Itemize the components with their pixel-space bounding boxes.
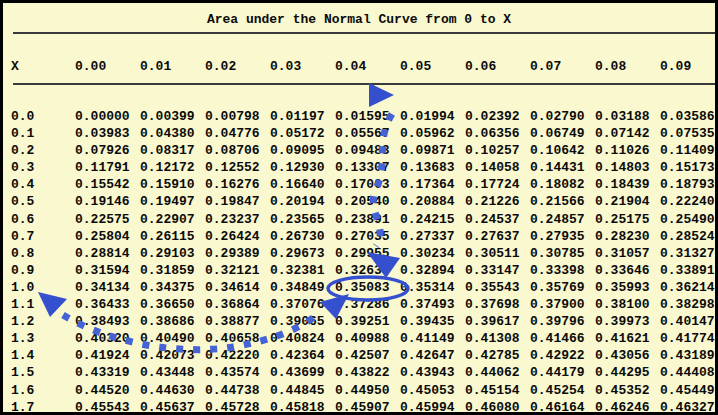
value-cell: 0.38298 (660, 296, 718, 313)
table-row: 1.30.403200.404900.406580.408240.409880.… (11, 330, 715, 347)
value-cell: 0.42364 (270, 347, 335, 364)
value-cell: 0.09095 (270, 142, 335, 159)
value-cell: 0.22240 (660, 193, 718, 210)
value-cell: 0.32381 (270, 262, 335, 279)
table-row: 1.20.384930.386860.388770.390650.392510.… (11, 313, 715, 330)
value-cell: 0.44179 (530, 364, 595, 381)
value-cell: 0.22907 (140, 211, 205, 228)
value-cell: 0.29673 (270, 245, 335, 262)
row-label: 1.4 (11, 347, 75, 364)
value-cell: 0.42922 (530, 347, 595, 364)
value-cell: 0.24857 (530, 211, 595, 228)
value-cell: 0.44845 (270, 382, 335, 399)
value-cell: 0.30785 (530, 245, 595, 262)
value-cell: 0.44062 (465, 364, 530, 381)
value-cell: 0.41774 (660, 330, 718, 347)
value-cell: 0.06749 (530, 125, 595, 142)
value-cell: 0.00399 (140, 108, 205, 125)
table-row: 1.50.433190.434480.435740.436990.438220.… (11, 364, 715, 381)
value-cell: 0.34849 (270, 279, 335, 296)
value-cell: 0.38100 (595, 296, 660, 313)
value-cell: 0.04776 (205, 125, 270, 142)
value-cell: 0.27337 (400, 228, 465, 245)
value-cell: 0.35543 (465, 279, 530, 296)
value-cell: 0.26730 (270, 228, 335, 245)
table-row: 1.70.455430.456370.457280.458180.459070.… (11, 399, 715, 415)
value-cell: 0.37076 (270, 296, 335, 313)
value-cell: 0.45352 (595, 382, 660, 399)
value-cell: 0.39065 (270, 313, 335, 330)
row-label: 0.8 (11, 245, 75, 262)
value-cell: 0.09871 (400, 142, 465, 159)
table-row: 0.80.288140.291030.293890.296730.299550.… (11, 245, 715, 262)
value-cell: 0.43699 (270, 364, 335, 381)
row-label: 0.0 (11, 108, 75, 125)
table-row: 0.60.225750.229070.232370.235650.238910.… (11, 211, 715, 228)
value-cell: 0.31594 (75, 262, 140, 279)
value-cell: 0.43822 (335, 364, 400, 381)
column-header: 0.03 (270, 58, 335, 75)
value-cell: 0.45907 (335, 399, 400, 415)
table-body: 0.00.000000.003990.007980.011970.015950.… (11, 108, 715, 415)
value-cell: 0.24537 (465, 211, 530, 228)
value-cell: 0.15173 (660, 159, 718, 176)
value-cell: 0.37698 (465, 296, 530, 313)
value-cell: 0.18082 (530, 176, 595, 193)
value-cell: 0.45818 (270, 399, 335, 415)
column-header: 0.09 (660, 58, 718, 75)
value-cell: 0.26115 (140, 228, 205, 245)
value-cell: 0.39796 (530, 313, 595, 330)
value-cell: 0.23565 (270, 211, 335, 228)
value-cell: 0.40147 (660, 313, 718, 330)
value-cell: 0.12172 (140, 159, 205, 176)
value-cell: 0.36650 (140, 296, 205, 313)
value-cell: 0.10642 (530, 142, 595, 159)
value-cell: 0.23891 (335, 211, 400, 228)
table-row: 0.50.191460.194970.198470.201940.205400.… (11, 193, 715, 210)
value-cell: 0.41621 (595, 330, 660, 347)
value-cell: 0.09483 (335, 142, 400, 159)
value-cell: 0.15542 (75, 176, 140, 193)
value-cell: 0.18439 (595, 176, 660, 193)
value-cell: 0.36433 (75, 296, 140, 313)
value-cell: 0.42647 (400, 347, 465, 364)
value-cell: 0.42507 (335, 347, 400, 364)
value-cell: 0.43056 (595, 347, 660, 364)
value-cell: 0.20194 (270, 193, 335, 210)
value-cell: 0.25175 (595, 211, 660, 228)
value-cell: 0.07926 (75, 142, 140, 159)
row-label: 0.1 (11, 125, 75, 142)
row-label: 1.3 (11, 330, 75, 347)
value-cell: 0.38493 (75, 313, 140, 330)
value-cell: 0.46246 (595, 399, 660, 415)
value-cell: 0.08706 (205, 142, 270, 159)
value-cell: 0.38686 (140, 313, 205, 330)
value-cell: 0.35993 (595, 279, 660, 296)
value-cell: 0.18793 (660, 176, 718, 193)
table-row: 1.60.445200.446300.447380.448450.449500.… (11, 382, 715, 399)
value-cell: 0.29955 (335, 245, 400, 262)
value-cell: 0.28524 (660, 228, 718, 245)
value-cell: 0.40490 (140, 330, 205, 347)
value-cell: 0.19146 (75, 193, 140, 210)
value-cell: 0.17364 (400, 176, 465, 193)
table-row: 0.30.117910.121720.125520.129300.133070.… (11, 159, 715, 176)
value-cell: 0.05962 (400, 125, 465, 142)
value-cell: 0.39435 (400, 313, 465, 330)
value-cell: 0.00000 (75, 108, 140, 125)
title-divider (13, 32, 715, 34)
value-cell: 0.20540 (335, 193, 400, 210)
value-cell: 0.37900 (530, 296, 595, 313)
value-cell: 0.43943 (400, 364, 465, 381)
value-cell: 0.01595 (335, 108, 400, 125)
table-row: 0.10.039830.043800.047760.051720.055670.… (11, 125, 715, 142)
value-cell: 0.37493 (400, 296, 465, 313)
value-cell: 0.35314 (400, 279, 465, 296)
value-cell: 0.27935 (530, 228, 595, 245)
row-label: 1.5 (11, 364, 75, 381)
value-cell: 0.46164 (530, 399, 595, 415)
value-cell: 0.07142 (595, 125, 660, 142)
value-cell: 0.15910 (140, 176, 205, 193)
value-cell: 0.34375 (140, 279, 205, 296)
value-cell: 0.24215 (400, 211, 465, 228)
